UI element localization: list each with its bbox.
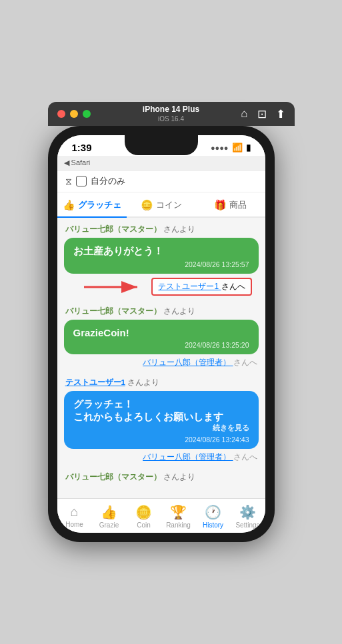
msg-time-2: 2024/08/26 13:25:20 bbox=[73, 341, 249, 349]
wifi-icon: 📶 bbox=[232, 143, 243, 153]
msg-text-2: GrazieCoin! bbox=[73, 327, 249, 338]
traffic-lights bbox=[57, 110, 91, 118]
mac-toolbar: iPhone 14 Plus iOS 16.4 ⌂ ⊡ ⬆ bbox=[48, 102, 295, 126]
sender-name-3[interactable]: テストユーザー1 bbox=[65, 378, 125, 386]
msg-recipient-3: バリュー八郎（管理者） さんへ bbox=[64, 452, 259, 463]
home-nav-icon: ⌂ bbox=[70, 504, 78, 519]
msg-text-3: グラッチェ！ これからもよろしくお願いします bbox=[73, 398, 249, 424]
bottom-nav: ⌂ Home 👍 Grazie 🪙 Coin 🏆 Ranking 🕐 bbox=[57, 498, 265, 533]
grattie-tab-label: グラッチェ bbox=[78, 199, 121, 211]
sender-name-4[interactable]: バリュー七郎（マスター） bbox=[65, 473, 161, 481]
msg-time-3: 2024/08/26 13:24:43 bbox=[73, 436, 249, 444]
content-area: バリュー七郎（マスター） さんより お土産ありがとう！ 2024/08/26 1… bbox=[57, 218, 265, 498]
nav-item-ranking[interactable]: 🏆 Ranking bbox=[165, 504, 192, 529]
settings-nav-icon: ⚙️ bbox=[239, 504, 256, 520]
tab-grattie[interactable]: 👍 グラッチェ bbox=[57, 192, 127, 218]
coin-tab-label: コイン bbox=[156, 199, 182, 211]
history-nav-label: History bbox=[203, 521, 223, 529]
sender-name-2[interactable]: バリュー七郎（マスター） bbox=[65, 307, 161, 315]
msg-bubble-2: GrazieCoin! 2024/08/26 13:25:20 bbox=[64, 320, 259, 354]
minimize-button[interactable] bbox=[70, 110, 78, 118]
goods-tab-label: 商品 bbox=[229, 199, 247, 211]
safari-bar[interactable]: ◀ Safari bbox=[57, 156, 265, 170]
mac-toolbar-icons: ⌂ ⊡ ⬆ bbox=[241, 107, 285, 121]
coin-nav-icon: 🪙 bbox=[135, 504, 152, 520]
recipient-link-3[interactable]: バリュー八郎（管理者） bbox=[143, 452, 233, 462]
recipient-link-2[interactable]: バリュー八郎（管理者） bbox=[143, 358, 233, 367]
coin-tab-icon: 🪙 bbox=[141, 199, 153, 211]
history-nav-icon: 🕐 bbox=[205, 504, 221, 520]
filter-checkbox[interactable] bbox=[76, 176, 87, 186]
phone-screen: 1:39 ●●●● 📶 ▮ ◀ Safari ⧖ 自分のみ 👍 bbox=[57, 135, 265, 533]
settings-nav-label: Settings bbox=[235, 521, 259, 529]
msg-recipient-2: バリュー八郎（管理者） さんへ bbox=[64, 357, 259, 368]
nav-item-coin[interactable]: 🪙 Coin bbox=[131, 504, 157, 529]
goods-tab-icon: 🎁 bbox=[214, 199, 227, 211]
message-block-1: バリュー七郎（マスター） さんより お土産ありがとう！ 2024/08/26 1… bbox=[64, 224, 259, 297]
filter-bar: ⧖ 自分のみ bbox=[57, 170, 265, 192]
msg-bubble-1: お土産ありがとう！ 2024/08/26 13:25:57 bbox=[64, 238, 259, 274]
coin-nav-label: Coin bbox=[137, 521, 151, 529]
grattie-tab-icon: 👍 bbox=[63, 199, 75, 211]
red-box-annotation: テストユーザー1 さんへ bbox=[151, 278, 251, 296]
grazie-nav-label: Grazie bbox=[99, 521, 119, 529]
home-icon[interactable]: ⌂ bbox=[241, 107, 247, 121]
nav-item-home[interactable]: ⌂ Home bbox=[61, 504, 88, 529]
msg-sender-3: テストユーザー1 さんより bbox=[64, 378, 259, 388]
notch bbox=[125, 135, 198, 155]
grazie-nav-icon: 👍 bbox=[101, 504, 117, 520]
message-block-2: バリュー七郎（マスター） さんより GrazieCoin! 2024/08/26… bbox=[64, 306, 259, 368]
fullscreen-button[interactable] bbox=[83, 110, 91, 118]
tab-coin[interactable]: 🪙 コイン bbox=[127, 192, 196, 218]
back-label[interactable]: ◀ Safari bbox=[64, 159, 91, 166]
msg-sender-2: バリュー七郎（マスター） さんより bbox=[64, 306, 259, 316]
arrow-svg bbox=[84, 278, 144, 296]
battery-icon: ▮ bbox=[246, 143, 251, 153]
tabs: 👍 グラッチェ 🪙 コイン 🎁 商品 bbox=[57, 192, 265, 218]
filter-label: 自分のみ bbox=[91, 175, 125, 187]
ranking-nav-label: Ranking bbox=[166, 521, 191, 529]
status-time: 1:39 bbox=[72, 142, 92, 153]
msg-time-1: 2024/08/26 13:25:57 bbox=[73, 260, 249, 268]
tab-goods[interactable]: 🎁 商品 bbox=[196, 192, 265, 218]
msg-sender-4: バリュー七郎（マスター） さんより bbox=[64, 472, 259, 482]
filter-icon[interactable]: ⧖ bbox=[65, 176, 72, 187]
msg-sender-1: バリュー七郎（マスター） さんより bbox=[64, 224, 259, 234]
signal-icon: ●●●● bbox=[211, 144, 229, 152]
msg-bubble-3: グラッチェ！ これからもよろしくお願いします 続きを見る 2024/08/26 … bbox=[64, 391, 259, 449]
message-block-3: テストユーザー1 さんより グラッチェ！ これからもよろしくお願いします 続きを… bbox=[64, 378, 259, 463]
nav-item-grazie[interactable]: 👍 Grazie bbox=[96, 504, 123, 529]
arrow-annotation-row: テストユーザー1 さんへ bbox=[64, 274, 259, 297]
nav-item-settings[interactable]: ⚙️ Settings bbox=[235, 504, 261, 529]
message-block-4-partial: バリュー七郎（マスター） さんより bbox=[64, 472, 259, 482]
home-nav-label: Home bbox=[65, 521, 83, 528]
phone-frame: 1:39 ●●●● 📶 ▮ ◀ Safari ⧖ 自分のみ 👍 bbox=[48, 126, 275, 542]
ranking-nav-icon: 🏆 bbox=[170, 504, 187, 520]
share-icon[interactable]: ⬆ bbox=[276, 107, 285, 121]
mac-title: iPhone 14 Plus iOS 16.4 bbox=[143, 105, 199, 124]
close-button[interactable] bbox=[57, 110, 65, 118]
msg-more-3[interactable]: 続きを見る bbox=[73, 424, 249, 433]
sender-name-1[interactable]: バリュー七郎（マスター） bbox=[65, 225, 161, 233]
msg-text-1: お土産ありがとう！ bbox=[73, 245, 249, 258]
recipient-link-annotated[interactable]: テストユーザー1 bbox=[158, 282, 221, 291]
nav-item-history[interactable]: 🕐 History bbox=[200, 504, 227, 529]
status-icons: ●●●● 📶 ▮ bbox=[211, 143, 251, 153]
camera-icon[interactable]: ⊡ bbox=[257, 107, 267, 121]
